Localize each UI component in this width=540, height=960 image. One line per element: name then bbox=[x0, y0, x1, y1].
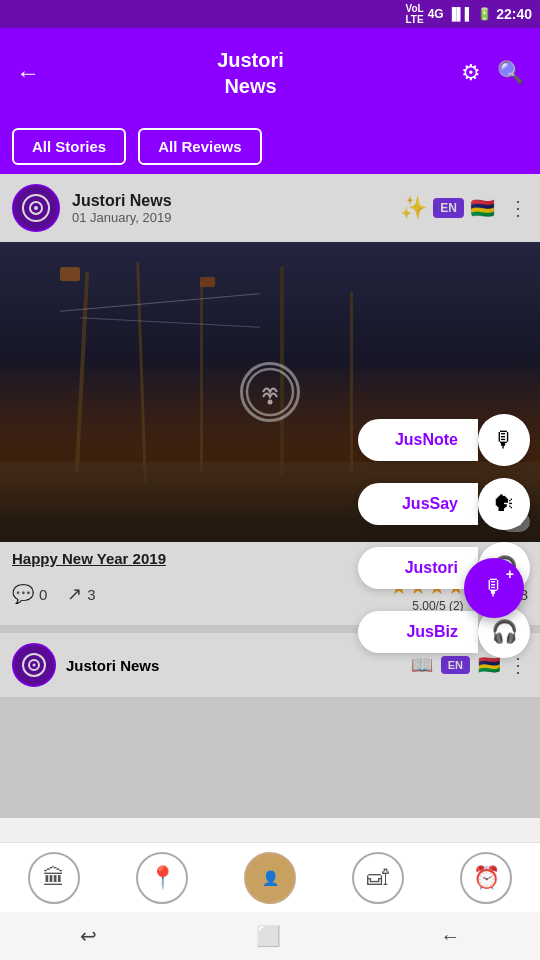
play-indicator[interactable] bbox=[240, 362, 300, 422]
comments-action[interactable]: 💬 0 bbox=[12, 583, 47, 605]
post-date: 01 January, 2019 bbox=[72, 210, 400, 225]
search-icon[interactable]: 🔍 bbox=[497, 60, 524, 86]
history-icon: ⏰ bbox=[460, 852, 512, 904]
signal-icon: ▐▌▌ bbox=[448, 7, 474, 21]
4g-label: 4G bbox=[428, 7, 444, 21]
jusnote-label: JusNote bbox=[358, 419, 478, 461]
comments-count: 0 bbox=[39, 586, 47, 603]
fab-plus-icon: + bbox=[506, 566, 514, 582]
justori-label: Justori bbox=[358, 547, 478, 589]
jusnote-icon: 🎙 bbox=[478, 414, 530, 466]
post-header-actions: ✨ EN 🇲🇺 ⋮ bbox=[400, 192, 528, 224]
jussay-icon: 🗣 bbox=[478, 478, 530, 530]
svg-point-2 bbox=[34, 206, 38, 210]
shares-action[interactable]: ↗ 3 bbox=[67, 583, 95, 605]
lounge-icon: 🛋 bbox=[352, 852, 404, 904]
home-icon: 🏛 bbox=[28, 852, 80, 904]
nav-history[interactable]: ⏰ bbox=[460, 852, 512, 904]
post2-author: Justori News bbox=[66, 657, 159, 674]
shares-count: 3 bbox=[87, 586, 95, 603]
vol-lte-label: VoLLTE bbox=[406, 3, 424, 25]
tab-all-stories[interactable]: All Stories bbox=[12, 128, 126, 165]
float-item-jusnote[interactable]: JusNote 🎙 bbox=[358, 414, 530, 466]
svg-point-4 bbox=[268, 400, 273, 405]
sys-menu-button[interactable]: ↩ bbox=[80, 924, 97, 948]
share-icon: ↗ bbox=[67, 583, 82, 605]
lang-badge[interactable]: EN bbox=[433, 198, 464, 218]
fab-icon: 🎙 bbox=[483, 575, 505, 601]
float-item-jussay[interactable]: JusSay 🗣 bbox=[358, 478, 530, 530]
bookmark-icon: 📍 bbox=[136, 852, 188, 904]
svg-point-7 bbox=[33, 664, 36, 667]
post2-lang-badge: EN bbox=[441, 656, 470, 674]
more-options-button[interactable]: ⋮ bbox=[508, 196, 528, 220]
author-avatar bbox=[12, 184, 60, 232]
page-title: JustoriNews bbox=[217, 47, 284, 99]
system-nav: ↩ ⬜ ← bbox=[0, 912, 540, 960]
status-bar: VoLLTE 4G ▐▌▌ 🔋 22:40 bbox=[0, 0, 540, 28]
status-icons: VoLLTE 4G ▐▌▌ 🔋 22:40 bbox=[406, 3, 533, 25]
app-header: ← JustoriNews ⚙ 🔍 bbox=[0, 28, 540, 118]
comment-icon: 💬 bbox=[12, 583, 34, 605]
tab-bar: All Stories All Reviews bbox=[0, 118, 540, 174]
post-header: Justori News 01 January, 2019 ✨ EN 🇲🇺 ⋮ bbox=[0, 174, 540, 242]
time-label: 22:40 bbox=[496, 6, 532, 22]
battery-icon: 🔋 bbox=[477, 7, 492, 21]
jussay-label: JusSay bbox=[358, 483, 478, 525]
nav-lounge[interactable]: 🛋 bbox=[352, 852, 404, 904]
jusbiz-label: JusBiz bbox=[358, 611, 478, 653]
tab-all-reviews[interactable]: All Reviews bbox=[138, 128, 261, 165]
back-button[interactable]: ← bbox=[16, 59, 40, 87]
floating-menu: JusNote 🎙 JusSay 🗣 Justori 🎧 JusBiz 🎧 bbox=[358, 414, 530, 658]
nav-bookmark[interactable]: 📍 bbox=[136, 852, 188, 904]
nav-profile[interactable]: 👤 bbox=[244, 852, 296, 904]
flag-icon: 🇲🇺 bbox=[470, 192, 502, 224]
profile-avatar: 👤 bbox=[244, 852, 296, 904]
filter-icon[interactable]: ⚙ bbox=[461, 60, 481, 86]
author-avatar-2 bbox=[12, 643, 56, 687]
sparkle-icon: ✨ bbox=[400, 195, 427, 221]
bottom-nav: 🏛 📍 👤 🛋 ⏰ bbox=[0, 842, 540, 912]
post-author: Justori News bbox=[72, 192, 400, 210]
nav-home[interactable]: 🏛 bbox=[28, 852, 80, 904]
post-meta: Justori News 01 January, 2019 bbox=[72, 192, 400, 225]
sys-home-button[interactable]: ⬜ bbox=[256, 924, 281, 948]
sys-back-button[interactable]: ← bbox=[440, 925, 460, 948]
fab-record-button[interactable]: 🎙 + bbox=[464, 558, 524, 618]
content-area: Justori News 01 January, 2019 ✨ EN 🇲🇺 ⋮ bbox=[0, 174, 540, 818]
